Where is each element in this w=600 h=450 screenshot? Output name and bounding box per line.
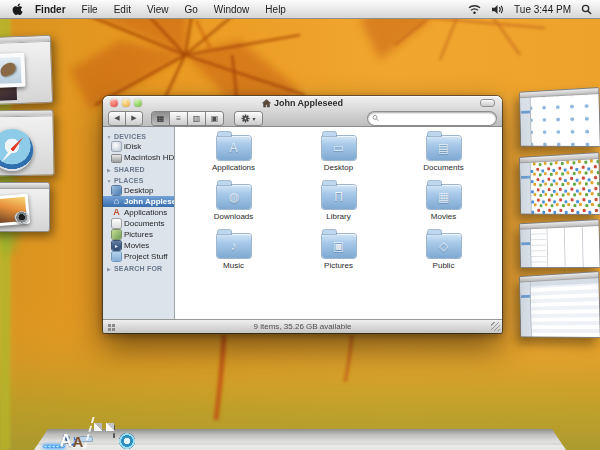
folder-icon: ▤ <box>427 136 461 160</box>
sidebar-item-label: Project Stuff <box>124 252 167 261</box>
dock: 17 A ♪ A <box>42 390 558 450</box>
documents-icon <box>112 219 121 228</box>
sidebar-item-movies[interactable]: ▸Movies <box>103 240 174 251</box>
home-icon <box>262 99 271 108</box>
finder-icons-view-thumbnail[interactable] <box>519 87 600 147</box>
list-view-thumbnail[interactable] <box>519 271 600 338</box>
folder-desktop[interactable]: ▭Desktop <box>286 134 391 183</box>
folder-public[interactable]: ◇Public <box>391 232 496 281</box>
sidebar-item-pictures[interactable]: Pictures <box>103 229 174 240</box>
folder-applications[interactable]: AApplications <box>181 134 286 183</box>
menu-finder[interactable]: Finder <box>31 0 74 19</box>
menu-window[interactable]: Window <box>206 0 258 19</box>
thumb-folder-grid <box>531 94 600 146</box>
folder-icon <box>112 252 121 261</box>
column-view-button[interactable]: ▥ <box>188 112 205 125</box>
sidebar-item-project-stuff[interactable]: Project Stuff <box>103 251 174 262</box>
sidebar-item-documents[interactable]: Documents <box>103 218 174 229</box>
iphoto-icon <box>0 194 30 227</box>
sidebar-item-label: Macintosh HD <box>124 153 174 162</box>
sidebar-item-idisk[interactable]: iDisk <box>103 141 174 152</box>
folder-icon: ▦ <box>427 185 461 209</box>
folder-emblem: ◍ <box>217 185 251 209</box>
mini-window-titlebar <box>0 110 53 117</box>
folder-label: Music <box>223 261 244 270</box>
menu-view[interactable]: View <box>139 0 177 19</box>
action-menu-arrow-icon: ▾ <box>252 115 255 122</box>
folder-emblem: ▣ <box>322 234 356 258</box>
menu-file[interactable]: File <box>74 0 106 19</box>
sidebar-item-macintosh-hd[interactable]: Macintosh HD <box>103 152 174 163</box>
folder-icon: ▣ <box>322 234 356 258</box>
action-menu-button[interactable]: ▾ <box>235 112 262 125</box>
folder-documents[interactable]: ▤Documents <box>391 134 496 183</box>
dock-item-trash[interactable] <box>122 423 128 441</box>
search-icon <box>372 114 379 122</box>
menu-edit[interactable]: Edit <box>106 0 139 19</box>
dock-item-disk-image[interactable] <box>110 423 118 441</box>
folder-label: Applications <box>212 163 255 172</box>
coverflow-view-button[interactable]: ▣ <box>206 112 223 125</box>
minimized-mail-window[interactable] <box>0 35 53 105</box>
menu-go[interactable]: Go <box>176 0 205 19</box>
back-icon: ◀ <box>114 114 119 122</box>
folder-music[interactable]: ♪Music <box>181 232 286 281</box>
sidebar-item-label: Movies <box>124 241 149 250</box>
dock-item-zip-archive[interactable] <box>98 423 106 441</box>
menu-help[interactable]: Help <box>257 0 294 19</box>
icon-view-icon: ▦ <box>157 114 165 123</box>
sidebar-section-devices[interactable]: ▼DEVICES <box>103 130 174 141</box>
list-view-button[interactable]: ≡ <box>170 112 187 125</box>
sidebar-section-shared[interactable]: ▶SHARED <box>103 163 174 174</box>
desktop: Finder File Edit View Go Window Help Tue… <box>0 0 600 450</box>
volume-icon[interactable] <box>491 4 504 15</box>
folder-label: Library <box>326 212 350 221</box>
status-bar: 9 items, 35.26 GB available <box>103 319 502 333</box>
sidebar-item-label: Documents <box>124 219 164 228</box>
status-text: 9 items, 35.26 GB available <box>254 322 352 331</box>
icon-view-button[interactable]: ▦ <box>152 112 169 125</box>
pictures-icon <box>112 230 121 239</box>
toolbar-toggle-button[interactable] <box>481 100 494 106</box>
resize-grip[interactable] <box>491 322 500 331</box>
folder-downloads[interactable]: ◍Downloads <box>181 183 286 232</box>
sidebar-item-applications[interactable]: AApplications <box>103 207 174 218</box>
disclosure-triangle-icon: ▶ <box>106 266 112 272</box>
search-field[interactable] <box>368 112 496 125</box>
sidebar-item-desktop[interactable]: Desktop <box>103 185 174 196</box>
window-title: John Appleseed <box>274 98 343 108</box>
safari-compass-icon <box>0 129 33 172</box>
spotlight-icon[interactable] <box>581 4 592 15</box>
sidebar-section-search-for[interactable]: ▶SEARCH FOR <box>103 262 174 273</box>
folder-movies[interactable]: ▦Movies <box>391 183 496 232</box>
columns-view-thumbnail[interactable] <box>519 219 600 268</box>
desktop-icon <box>112 186 121 195</box>
forward-button[interactable]: ▶ <box>126 112 142 125</box>
applications-grid-thumbnail[interactable] <box>519 152 600 215</box>
folder-icon: ▭ <box>322 136 356 160</box>
title-bar[interactable]: John Appleseed ◀ ▶ ▦ ≡ ▥ ▣ ▾ <box>103 96 502 127</box>
close-button[interactable] <box>110 99 118 107</box>
sidebar-section-places[interactable]: ▼PLACES <box>103 174 174 185</box>
apple-menu[interactable] <box>8 3 31 16</box>
zoom-button[interactable] <box>134 99 142 107</box>
window-title-area: John Appleseed <box>163 97 442 109</box>
window-controls <box>110 99 142 107</box>
folder-pictures[interactable]: ▣Pictures <box>286 232 391 281</box>
folder-emblem: A <box>217 136 251 160</box>
minimized-safari-window[interactable] <box>0 109 55 176</box>
icon-size-grid-icon[interactable] <box>108 324 111 327</box>
folder-library[interactable]: ΠLibrary <box>286 183 391 232</box>
thumb-app-grid <box>531 159 600 214</box>
thumb-columns <box>531 226 600 267</box>
back-button[interactable]: ◀ <box>109 112 125 125</box>
forward-icon: ▶ <box>131 114 136 122</box>
minimize-button[interactable] <box>122 99 130 107</box>
sidebar-item-john-appleseed[interactable]: ⌂John Appleseed <box>103 196 174 207</box>
search-input[interactable] <box>382 113 492 124</box>
menu-clock[interactable]: Tue 3:44 PM <box>514 4 571 15</box>
folder-label: Desktop <box>324 163 353 172</box>
minimized-iphoto-window[interactable] <box>0 182 50 232</box>
wifi-icon[interactable] <box>468 4 481 15</box>
section-label: PLACES <box>114 177 144 184</box>
